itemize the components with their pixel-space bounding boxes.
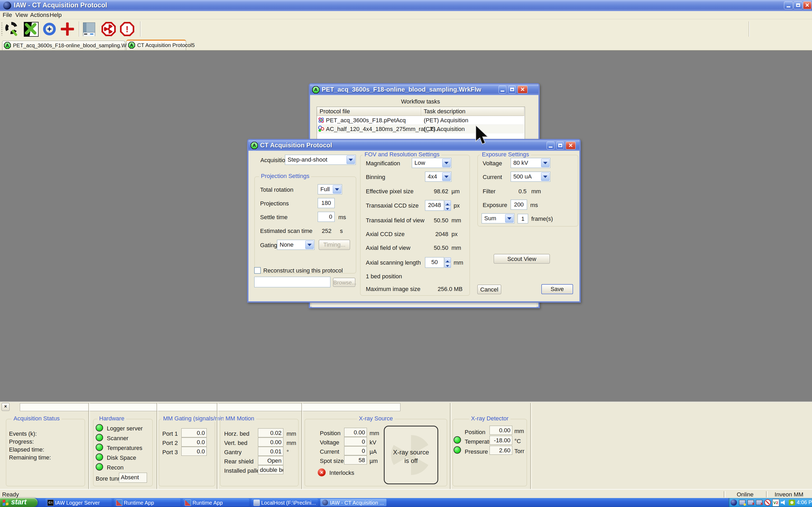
- port2-label: Port 2: [162, 440, 178, 447]
- taskbar-item-iaw-active[interactable]: IAW - CT Acquisition ...: [320, 499, 387, 506]
- reconstruct-path-input[interactable]: [254, 277, 331, 287]
- chevron-down-icon[interactable]: [305, 240, 314, 249]
- tab-workflow[interactable]: A PET_acq_3600s_F18-online_blood_samplin…: [2, 41, 125, 50]
- current-dropdown[interactable]: 500 uA: [511, 172, 550, 182]
- column-header-protocol-file[interactable]: Protocol file: [317, 107, 421, 116]
- dialog-maximize-button[interactable]: [556, 142, 564, 150]
- tab-workflow-label: PET_acq_3600s_F18-online_blood_sampling.…: [13, 43, 139, 49]
- settle-time-input[interactable]: 0: [318, 212, 335, 222]
- toolbar-separator: [79, 21, 80, 37]
- source-voltage-unit: kV: [369, 439, 376, 446]
- workflow-window-title: PET_acq_3600s_F18-online_blood_sampling.…: [322, 86, 481, 93]
- chevron-down-icon[interactable]: [442, 159, 451, 167]
- chevron-down-icon[interactable]: [347, 156, 355, 164]
- binning-dropdown[interactable]: 4x4: [425, 172, 451, 182]
- start-button[interactable]: start: [0, 498, 38, 507]
- projections-input[interactable]: 180: [318, 198, 335, 208]
- tray-volume-icon[interactable]: [781, 500, 787, 505]
- tray-nvidia-icon[interactable]: [789, 500, 795, 505]
- workflow-maximize-button[interactable]: [508, 86, 516, 94]
- pressure-led: [454, 446, 461, 454]
- xray-source-off-button[interactable]: X-ray source is off: [384, 426, 438, 484]
- motion-target-icon[interactable]: [42, 22, 57, 36]
- cancel-button[interactable]: Cancel: [477, 285, 501, 294]
- toolbar: !: [0, 19, 812, 39]
- chevron-down-icon[interactable]: [541, 172, 550, 181]
- close-protocol-icon[interactable]: [24, 22, 39, 37]
- ct-dialog-titlebar[interactable]: A CT Acquisition Protocol: [248, 140, 579, 151]
- port3-label: Port 3: [162, 449, 178, 456]
- taskbar-item-label: Runtime App: [124, 500, 154, 506]
- tray-vnc-icon[interactable]: V2: [772, 499, 779, 506]
- xray-detector-title: X-ray Detector: [469, 415, 510, 422]
- acquisition-label: Acquisition: [260, 157, 288, 164]
- detector-position-label: Position: [465, 429, 485, 436]
- close-button[interactable]: ×: [803, 1, 811, 9]
- spin-up-icon[interactable]: [445, 201, 451, 206]
- taskbar-item-runtime-app-2[interactable]: Runtime App: [183, 499, 249, 506]
- tray-network-icon[interactable]: [739, 500, 745, 505]
- taskbar-item-runtime-app-1[interactable]: Runtime App: [114, 499, 180, 506]
- statusbar-mode: Inveon MM: [768, 491, 810, 498]
- frames-input[interactable]: 1: [517, 214, 528, 223]
- tray-clock[interactable]: 4:06 PM: [797, 499, 812, 505]
- magnification-dropdown[interactable]: Low: [412, 158, 451, 168]
- chevron-down-icon[interactable]: [333, 185, 341, 193]
- tray-sphere-icon[interactable]: [730, 499, 737, 506]
- source-position-value: 0.00: [344, 428, 367, 437]
- acquisition-status-title: Acquisition Status: [12, 415, 62, 422]
- panel-view-icon[interactable]: [83, 22, 95, 36]
- panel-close-button[interactable]: ×: [2, 403, 9, 411]
- voltage-label: Voltage: [483, 160, 502, 167]
- spin-down-icon[interactable]: [445, 206, 451, 211]
- chevron-down-icon[interactable]: [505, 214, 514, 223]
- taskbar-item-localhost[interactable]: LocalHost (F:\Preclini...: [252, 499, 318, 506]
- taskbar-item-logger-server[interactable]: C:\ IAW Logger Server: [45, 499, 111, 506]
- transaxial-ccd-input[interactable]: 2048: [425, 200, 444, 211]
- gating-dropdown[interactable]: None: [277, 240, 314, 250]
- workflow-minimize-button[interactable]: [499, 86, 506, 94]
- tray-network-error-icon[interactable]: ×: [756, 500, 762, 505]
- statusbar-divider: [0, 489, 812, 490]
- toolbar-grip: [1, 22, 2, 36]
- maximize-button[interactable]: [794, 1, 803, 9]
- toolbar-separator-2: [140, 21, 141, 37]
- minimize-button[interactable]: [784, 1, 793, 9]
- chevron-down-icon[interactable]: [442, 172, 451, 181]
- browse-button[interactable]: Browse...: [333, 278, 355, 287]
- chevron-down-icon[interactable]: [541, 159, 550, 167]
- remaining-time-label: Remaining time:: [9, 454, 51, 461]
- spin-up-icon[interactable]: [445, 258, 451, 263]
- tray-network-error-icon[interactable]: ×: [748, 500, 754, 505]
- total-rotation-dropdown[interactable]: Full: [318, 184, 342, 194]
- workflow-close-button[interactable]: ×: [517, 86, 527, 94]
- table-row[interactable]: PET_acq_3600s_F18.pPetAcq (PET) Acquisit…: [317, 116, 524, 125]
- acquisition-dropdown[interactable]: Step-and-shoot: [285, 155, 356, 165]
- tab-ct-active[interactable]: A CT Acquisition Protocol5: [126, 40, 186, 50]
- dialog-minimize-button[interactable]: [547, 142, 555, 150]
- emergency-stop-icon[interactable]: !: [120, 22, 134, 36]
- close-icon: ×: [568, 141, 572, 149]
- table-row[interactable]: AC_half_120_4x4_180ms_275mm_rat_JS... (C…: [317, 125, 524, 133]
- reconstruct-checkbox[interactable]: [254, 267, 261, 274]
- scout-view-button[interactable]: Scout View: [494, 254, 550, 264]
- voltage-dropdown[interactable]: 80 kV: [511, 158, 550, 168]
- menu-actions[interactable]: Actions: [30, 12, 49, 18]
- dialog-close-button[interactable]: ×: [566, 142, 576, 150]
- timing-button[interactable]: Timing...: [319, 240, 350, 250]
- tray-blocked-icon[interactable]: [764, 499, 771, 506]
- main-titlebar: IAW - CT Acquisition Protocol ×: [0, 0, 812, 11]
- menu-help[interactable]: Help: [50, 12, 62, 18]
- spin-down-icon[interactable]: [445, 263, 451, 268]
- column-header-task-description[interactable]: Task description: [421, 107, 524, 116]
- axial-scanning-length-input[interactable]: 50: [425, 257, 444, 268]
- frame-combine-dropdown[interactable]: Sum: [481, 213, 514, 223]
- save-button[interactable]: Save: [541, 284, 573, 294]
- add-icon[interactable]: [60, 22, 74, 36]
- menu-file[interactable]: File: [3, 12, 12, 18]
- workflow-tab-icon: A: [4, 42, 11, 49]
- menu-view[interactable]: View: [15, 12, 28, 18]
- exposure-input[interactable]: 200: [511, 200, 527, 210]
- xray-stop-icon[interactable]: [101, 22, 116, 36]
- acquisition-wheel-icon[interactable]: [5, 22, 19, 36]
